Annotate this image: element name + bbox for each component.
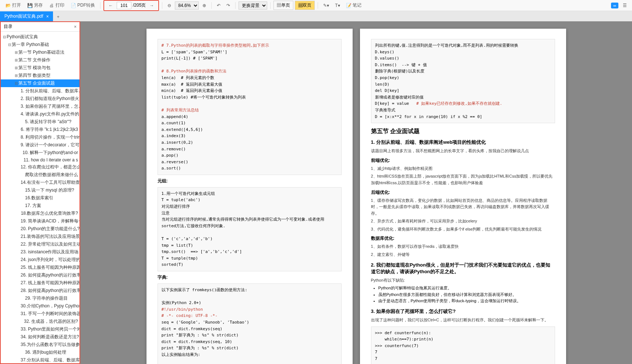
toc-item-label: 18.数据库怎么优化查询效率? <box>21 210 78 217</box>
page-number-input[interactable] <box>117 2 131 9</box>
toc-item-label: 31. 手写一个判断时间的装饰器 <box>21 311 80 317</box>
toc-item-label: 16.数据库索引 <box>25 195 53 201</box>
toc-item[interactable]: ⊞第一节 Python基础语法 <box>1 49 80 56</box>
toc-item[interactable]: ⊟第一章 Python基础 <box>1 41 80 49</box>
toc-item[interactable]: 2. 我们都知道现在Python很火 <box>1 95 80 103</box>
toc-item[interactable]: 32. 生成器，迭代器的区别? <box>1 318 80 325</box>
next-page-button[interactable]: → <box>147 1 156 10</box>
background-select[interactable]: 更换背景 <box>239 1 267 10</box>
toc-item[interactable]: 26. 如何提高python的运行效率 <box>1 271 80 279</box>
toc-item-label: 27. 线上服务可能因为种种原因 <box>21 280 80 286</box>
toc-item[interactable]: 20. Python的主要功能是什么? <box>1 225 80 233</box>
double-page-button[interactable]: ▦双页 <box>295 1 315 10</box>
toc-item[interactable]: ⊟第五节 企业面试题 <box>1 79 80 87</box>
toc-item[interactable]: ⊟Python面试宝典 <box>1 33 80 41</box>
sidebar-title: 目录 <box>4 24 13 30</box>
prev-page-button[interactable]: ← <box>106 1 115 10</box>
zoom-select[interactable]: 84.6% <box>175 1 199 10</box>
single-page-button[interactable]: ▤单页 <box>273 1 293 10</box>
toc-item[interactable]: 16.数据库索引 <box>1 194 80 202</box>
highlight-button[interactable]: ✎▾ <box>321 1 331 10</box>
toc-item-label: 8. 利用切片操作，实现一个trim <box>21 134 80 140</box>
code-block-dict2: 列出所有的键,值.注意得到的是一个可迭代对象,而不是列表.用的时候需要转换 D.… <box>371 39 555 123</box>
infinity-badge[interactable]: ∞ <box>611 3 618 8</box>
toc-item[interactable]: 17. 方案 <box>1 202 80 210</box>
expand-icon[interactable]: ⊞ <box>14 66 18 70</box>
toc-item[interactable]: 21.装饰器的写法以及应用场景 <box>1 233 80 240</box>
code-block-tuple: 1.用一个可迭代对象生成元组 T = tuple('abc') 对元组进行排序 … <box>158 187 342 271</box>
expand-icon[interactable]: ⊟ <box>2 35 7 39</box>
toc-item[interactable]: 15.说一下 mysql 的原理? <box>1 186 80 194</box>
page-navigation: ← /205页 → <box>103 0 159 11</box>
tab-title: Python面试宝典.pdf <box>4 13 43 19</box>
sidebar-close-button[interactable]: × <box>74 24 77 29</box>
toc-item[interactable]: 10. 解释一下python的and-or <box>1 149 80 157</box>
toc-item[interactable]: 29. 字符串的操作题目 <box>1 295 80 302</box>
document-viewer[interactable]: # 7.Python的列表的截取与字符串操作类型相同,如下所示 L = ['sp… <box>80 21 632 364</box>
toc-item[interactable]: 11. how do I iterate over a s <box>1 157 80 163</box>
pdf-convert-button[interactable]: 📄PDF转换 <box>68 1 97 10</box>
toc-item[interactable]: 35.为什么函数名字可以当做参 <box>1 341 80 349</box>
toc-item[interactable]: 19. 简单谈谈ACID，并解释每一 <box>1 217 80 225</box>
expand-icon[interactable]: ⊟ <box>7 43 12 47</box>
toc-item-label: 30.介绍Cython，Pypy Cpython <box>21 303 80 309</box>
q3-heading: 3. 如果你困在了死循环里，怎么打破它? <box>371 308 555 315</box>
toc-item[interactable]: 33. Python里面如何拷贝一个对 <box>1 325 80 333</box>
rotate-left-button[interactable]: ↶ <box>215 1 223 10</box>
save-as-button[interactable]: 💾另存 <box>25 1 45 10</box>
menu-button[interactable]: ☰ <box>621 1 629 10</box>
toc-item[interactable]: 18.数据库怎么优化查询效率? <box>1 210 80 217</box>
zoom-out-button[interactable]: ⊖ <box>165 1 173 10</box>
toc-item[interactable]: ⊞第四节 数据类型 <box>1 72 80 79</box>
single-page-icon: ▤ <box>277 3 281 8</box>
toc-item[interactable]: 9. 请设计一个decorator，它可 <box>1 141 80 149</box>
zoom-in-button[interactable]: ⊕ <box>200 1 208 10</box>
toc-item-label: 26. 如何提高python的运行效率 <box>21 272 80 278</box>
expand-icon[interactable]: ⊟ <box>14 81 18 85</box>
toc-item[interactable]: 28. 如何提高python的运行效率 <box>1 287 80 295</box>
toc-item[interactable]: 24. json序列化时，可以处理的 <box>1 256 80 264</box>
open-button[interactable]: 📂打开 <box>3 1 23 10</box>
expand-icon[interactable]: ⊞ <box>14 50 18 54</box>
toc-item[interactable]: ⊞第三节 模块与包 <box>1 64 80 72</box>
toc-item[interactable]: 31. 手写一个判断时间的装饰器 <box>1 310 80 318</box>
text-tool-button[interactable]: T▾ <box>333 1 342 10</box>
toc-item[interactable]: 1. 分别从前端、后端、数据库… <box>1 87 80 95</box>
toc-item[interactable]: 22. 异常处理写法以及如何主动 <box>1 240 80 248</box>
toc-item-label: 34. 如何判断是函数还是方法? <box>21 334 79 340</box>
code-block-list: # 7.Python的列表的截取与字符串操作类型相同,如下所示 L = ['sp… <box>158 39 342 175</box>
expand-icon[interactable]: ⊞ <box>14 58 18 62</box>
expand-icon[interactable]: ⊞ <box>14 74 18 78</box>
toc-item[interactable]: 36. 遇到bug如何处理 <box>1 349 80 356</box>
toc-item[interactable]: 25. 线上服务可能因为种种原因 <box>1 264 80 271</box>
toc-item-label: 第四节 数据类型 <box>18 72 50 79</box>
toc-item-label: 17. 方案 <box>25 203 41 209</box>
toc-item[interactable]: 14.有没有一个工具可以帮助查 <box>1 179 80 186</box>
toc-item[interactable]: 爬取这些数据都用来做什么 <box>1 171 80 179</box>
toc-item[interactable]: 8. 利用切片操作，实现一个trim <box>1 133 80 141</box>
toc-item[interactable]: 34. 如何判断是函数还是方法? <box>1 333 80 341</box>
add-tab-button[interactable]: + <box>53 13 63 21</box>
toc-item-label: 爬取这些数据都用来做什么 <box>25 172 78 178</box>
table-of-contents[interactable]: ⊟Python面试宝典⊟第一章 Python基础⊞第一节 Python基础语法⊞… <box>1 32 80 363</box>
toc-item[interactable]: 30.介绍Cython，Pypy Cpython <box>1 302 80 310</box>
toc-item[interactable]: 3. 如果你困在了死循环里，怎… <box>1 103 80 110</box>
toc-item[interactable]: 5. 请反转字符串 "aStr"? <box>1 118 80 126</box>
toc-item[interactable]: 6. 将字符串 "k:1 |k1:2|k2:3|k3 <box>1 126 80 133</box>
toc-item-label: 第一章 Python基础 <box>12 42 49 48</box>
toc-item-label: 21.装饰器的写法以及应用场景 <box>21 233 80 240</box>
toc-item[interactable]: 27. 线上服务可能因为种种原因 <box>1 279 80 287</box>
print-button[interactable]: 🖨打印 <box>46 1 67 10</box>
rotate-right-button[interactable]: ↷ <box>224 1 232 10</box>
document-tab[interactable]: Python面试宝典.pdf × <box>0 11 53 21</box>
toc-item[interactable]: 4. 请谈谈.pyc文件和.py文件的 <box>1 110 80 118</box>
toc-item[interactable]: 37.分别从前端、后端、数据库 <box>1 356 80 363</box>
toc-item[interactable]: 23. isinstance作用以及应用场 <box>1 248 80 256</box>
toc-item[interactable]: 12. 你在爬虫过程中，都是怎么 <box>1 163 80 171</box>
note-button[interactable]: 📝笔记 <box>344 1 364 10</box>
note-icon: 📝 <box>346 3 352 8</box>
tab-close-button[interactable]: × <box>46 14 49 19</box>
q1-intro: 该题目网上有很多方法，我不想截图网上的长串文字，看的头疼，按我自己的理解说几点 <box>371 148 555 154</box>
toc-item[interactable]: ⊞第二节 文件操作 <box>1 56 80 64</box>
backend-heading: 后端优化: <box>371 189 555 196</box>
